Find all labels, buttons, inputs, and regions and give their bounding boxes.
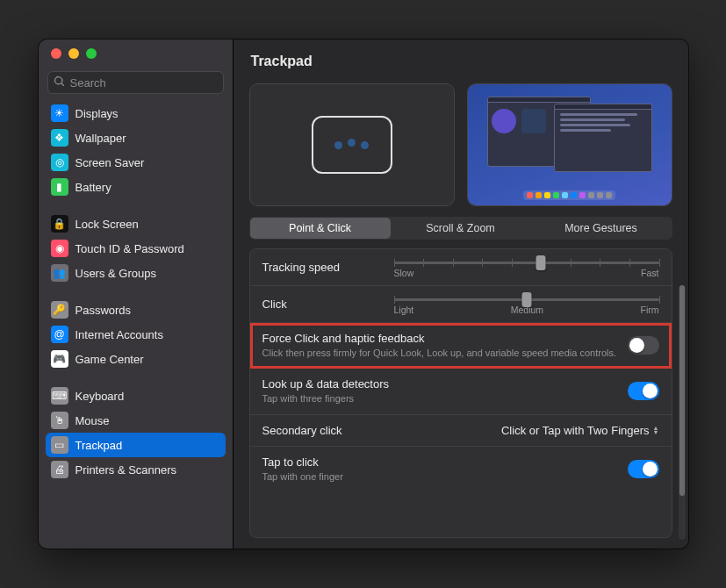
passwords-icon: 🔑 [51, 301, 68, 319]
search-icon [54, 75, 70, 90]
search-field[interactable] [47, 71, 224, 94]
force-click-sub: Click then press firmly for Quick Look, … [262, 347, 619, 359]
sidebar-item-mouse[interactable]: 🖱Mouse [46, 408, 226, 433]
click-label: Click [262, 298, 394, 311]
sidebar-item-label: Lock Screen [75, 218, 139, 231]
settings-list: Tracking speed Slow Fast Click LightMedi… [249, 248, 672, 538]
slider-tick-label: Firm [640, 305, 658, 315]
sidebar-item-trackpad[interactable]: ▭Trackpad [46, 433, 226, 457]
lookup-toggle[interactable] [628, 382, 659, 400]
screen-saver-icon: ◎ [51, 154, 68, 171]
trackpad-outline-icon [312, 116, 392, 174]
sidebar-item-passwords[interactable]: 🔑Passwords [46, 298, 226, 322]
sidebar-item-wallpaper[interactable]: ❖Wallpaper [46, 125, 226, 150]
tap-to-click-sub: Tap with one finger [262, 470, 619, 483]
tracking-speed-slider[interactable]: Slow Fast [394, 258, 659, 276]
sidebar-item-label: Users & Groups [75, 267, 156, 280]
gesture-preview [467, 83, 672, 206]
lookup-sub: Tap with three fingers [262, 392, 619, 405]
sidebar-list[interactable]: ☀Displays❖Wallpaper◎Screen Saver▮Battery… [39, 101, 233, 549]
sidebar-item-lock-screen[interactable]: 🔒Lock Screen [46, 212, 226, 236]
close-icon[interactable] [51, 48, 61, 59]
sidebar-item-label: Passwords [75, 304, 132, 317]
main-panel: Trackpad [234, 39, 688, 549]
click-row: Click LightMediumFirm [250, 286, 672, 323]
sidebar-item-displays[interactable]: ☀Displays [46, 101, 226, 125]
sidebar-item-keyboard[interactable]: ⌨Keyboard [46, 384, 226, 408]
minimize-icon[interactable] [68, 48, 79, 59]
sidebar-item-label: Mouse [75, 414, 110, 427]
secondary-click-row: Secondary click Click or Tap with Two Fi… [250, 415, 672, 447]
sidebar-item-internet-accounts[interactable]: @Internet Accounts [46, 322, 226, 347]
search-input[interactable] [70, 76, 218, 90]
sidebar-item-users-groups[interactable]: 👥Users & Groups [46, 261, 226, 285]
game-center-icon: 🎮 [51, 350, 68, 368]
slider-tick-label: Medium [511, 305, 543, 315]
fullscreen-icon[interactable] [86, 48, 97, 59]
dock-icon [523, 190, 615, 200]
secondary-click-title: Secondary click [262, 424, 492, 437]
users-groups-icon: 👥 [51, 264, 68, 282]
sidebar-item-label: Game Center [75, 353, 144, 366]
tab-more-gestures[interactable]: More Gestures [531, 218, 672, 239]
sidebar-item-label: Displays [75, 107, 119, 120]
touch-id-password-icon: ◉ [51, 240, 68, 257]
sidebar: ☀Displays❖Wallpaper◎Screen Saver▮Battery… [39, 39, 234, 549]
search-wrap [39, 68, 233, 101]
battery-icon: ▮ [51, 178, 68, 196]
slider-max-label: Fast [641, 268, 658, 278]
wallpaper-icon: ❖ [51, 129, 68, 147]
click-slider[interactable]: LightMediumFirm [394, 295, 659, 313]
preview-row [249, 83, 672, 206]
sidebar-item-screen-saver[interactable]: ◎Screen Saver [46, 150, 226, 175]
lookup-row: Look up & data detectors Tap with three … [250, 369, 672, 414]
tap-to-click-toggle[interactable] [628, 460, 659, 478]
displays-icon: ☀ [51, 104, 68, 122]
window-controls [39, 39, 233, 68]
sidebar-item-game-center[interactable]: 🎮Game Center [46, 347, 226, 371]
sidebar-item-label: Internet Accounts [75, 328, 163, 341]
scrollbar-thumb[interactable] [679, 285, 685, 496]
mouse-icon: 🖱 [51, 412, 68, 429]
scrollbar[interactable] [679, 285, 686, 540]
tab-point-click[interactable]: Point & Click [250, 218, 391, 239]
sidebar-item-label: Wallpaper [75, 132, 126, 145]
sidebar-item-label: Screen Saver [75, 156, 145, 169]
sidebar-item-label: Keyboard [75, 390, 125, 403]
secondary-click-select[interactable]: Click or Tap with Two Fingers ▲▼ [501, 424, 659, 437]
internet-accounts-icon: @ [51, 326, 68, 343]
secondary-click-value: Click or Tap with Two Fingers [501, 424, 650, 437]
trackpad-preview [249, 83, 455, 206]
tap-to-click-row: Tap to click Tap with one finger [250, 447, 672, 491]
system-settings-window: ☀Displays❖Wallpaper◎Screen Saver▮Battery… [39, 39, 688, 549]
lookup-title: Look up & data detectors [262, 377, 619, 391]
lock-screen-icon: 🔒 [51, 215, 68, 233]
slider-min-label: Slow [394, 268, 414, 278]
sidebar-item-label: Battery [75, 181, 111, 194]
tab-scroll-zoom[interactable]: Scroll & Zoom [391, 218, 531, 239]
sidebar-item-label: Printers & Scanners [75, 463, 177, 477]
trackpad-icon: ▭ [51, 436, 68, 454]
printers-scanners-icon: 🖨 [51, 461, 68, 478]
sidebar-item-touch-id-password[interactable]: ◉Touch ID & Password [46, 236, 226, 261]
force-click-title: Force Click and haptic feedback [262, 332, 619, 345]
keyboard-icon: ⌨ [51, 387, 68, 405]
force-click-row: Force Click and haptic feedback Click th… [250, 323, 672, 369]
sidebar-item-printers-scanners[interactable]: 🖨Printers & Scanners [46, 457, 226, 482]
tap-to-click-title: Tap to click [262, 455, 619, 469]
sidebar-item-battery[interactable]: ▮Battery [46, 175, 226, 199]
chevron-updown-icon: ▲▼ [653, 426, 659, 434]
tracking-speed-label: Tracking speed [262, 261, 394, 274]
tabs: Point & ClickScroll & ZoomMore Gestures [249, 217, 672, 240]
tracking-speed-row: Tracking speed Slow Fast [250, 249, 672, 286]
sidebar-item-label: Touch ID & Password [75, 242, 184, 255]
sidebar-item-label: Trackpad [75, 439, 123, 452]
page-title: Trackpad [234, 39, 688, 83]
slider-tick-label: Light [394, 305, 414, 315]
force-click-toggle[interactable] [628, 336, 659, 355]
content: Point & ClickScroll & ZoomMore Gestures … [234, 83, 688, 549]
